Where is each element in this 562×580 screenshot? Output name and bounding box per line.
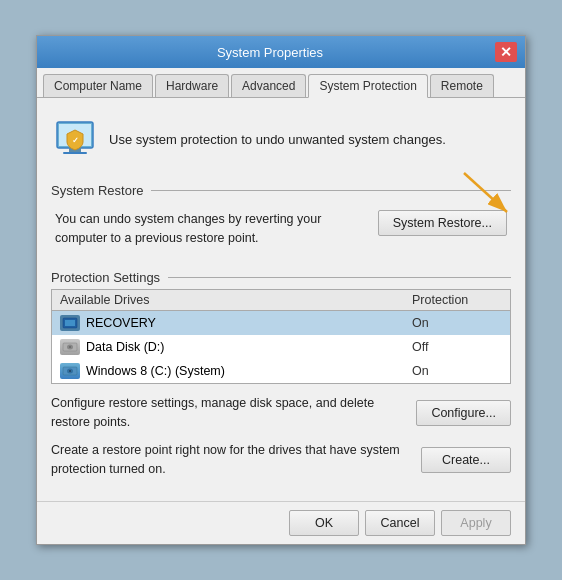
close-button[interactable]: ✕ <box>495 42 517 62</box>
title-bar: System Properties ✕ <box>37 36 525 68</box>
protection-settings-label: Protection Settings <box>51 270 511 285</box>
content-area: ✓ Use system protection to undo unwanted… <box>37 98 525 501</box>
svg-point-14 <box>69 370 71 372</box>
drive-label-data: Data Disk (D:) <box>86 340 164 354</box>
drive-label-windows: Windows 8 (C:) (System) <box>86 364 225 378</box>
shield-icon: ✓ <box>51 114 99 165</box>
tab-computer-name[interactable]: Computer Name <box>43 74 153 97</box>
protection-settings-section: Protection Settings Available Drives Pro… <box>51 270 511 479</box>
col-protection-header: Protection <box>412 293 502 307</box>
drive-name-data: Data Disk (D:) <box>60 339 412 355</box>
drive-name-windows: Windows 8 (C:) (System) <box>60 363 412 379</box>
info-text: Use system protection to undo unwanted s… <box>109 132 446 147</box>
create-row: Create a restore point right now for the… <box>51 441 511 479</box>
info-row: ✓ Use system protection to undo unwanted… <box>51 110 511 169</box>
tab-system-protection[interactable]: System Protection <box>308 74 427 98</box>
drive-prot-recovery: On <box>412 316 502 330</box>
svg-point-11 <box>69 346 71 348</box>
apply-button[interactable]: Apply <box>441 510 511 536</box>
tab-remote[interactable]: Remote <box>430 74 494 97</box>
svg-rect-3 <box>63 152 87 154</box>
tab-bar: Computer Name Hardware Advanced System P… <box>37 68 525 98</box>
drives-table-header: Available Drives Protection <box>52 290 510 311</box>
tab-advanced[interactable]: Advanced <box>231 74 306 97</box>
col-drives-header: Available Drives <box>60 293 412 307</box>
system-restore-button[interactable]: System Restore... <box>378 210 507 236</box>
drives-table: Available Drives Protection RECOVERY <box>51 289 511 384</box>
drive-prot-windows: On <box>412 364 502 378</box>
drive-label-recovery: RECOVERY <box>86 316 156 330</box>
configure-text: Configure restore settings, manage disk … <box>51 394 406 432</box>
svg-rect-8 <box>65 320 75 326</box>
drive-name-recovery: RECOVERY <box>60 315 412 331</box>
create-button[interactable]: Create... <box>421 447 511 473</box>
restore-inner: You can undo system changes by reverting… <box>51 202 511 256</box>
drive-row-windows[interactable]: Windows 8 (C:) (System) On <box>52 359 510 383</box>
tab-hardware[interactable]: Hardware <box>155 74 229 97</box>
drive-row-data[interactable]: Data Disk (D:) Off <box>52 335 510 359</box>
cancel-button[interactable]: Cancel <box>365 510 435 536</box>
system-restore-section: You can undo system changes by reverting… <box>51 202 511 256</box>
drive-icon-windows <box>60 363 80 379</box>
footer: OK Cancel Apply <box>37 501 525 544</box>
drive-icon-data <box>60 339 80 355</box>
system-properties-window: System Properties ✕ Computer Name Hardwa… <box>36 35 526 545</box>
drive-row-recovery[interactable]: RECOVERY On <box>52 311 510 335</box>
window-title: System Properties <box>45 45 495 60</box>
ok-button[interactable]: OK <box>289 510 359 536</box>
restore-description: You can undo system changes by reverting… <box>55 210 368 248</box>
create-text: Create a restore point right now for the… <box>51 441 411 479</box>
drive-icon-recovery <box>60 315 80 331</box>
system-restore-label: System Restore <box>51 183 511 198</box>
restore-button-wrapper: System Restore... <box>378 210 507 236</box>
configure-button[interactable]: Configure... <box>416 400 511 426</box>
configure-row: Configure restore settings, manage disk … <box>51 394 511 432</box>
drive-prot-data: Off <box>412 340 502 354</box>
svg-text:✓: ✓ <box>72 136 79 145</box>
